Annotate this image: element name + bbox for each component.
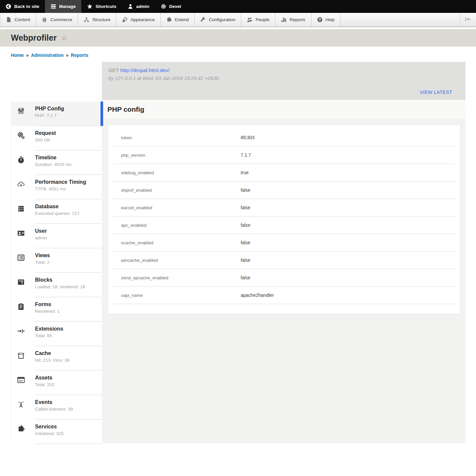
toolbar-collapse-button[interactable] xyxy=(460,13,476,26)
breadcrumb: Home»Administration»Reports xyxy=(0,47,476,58)
puzzle-icon xyxy=(166,17,172,22)
profiler-sidebar-item-timeline[interactable]: TimelineDuration: 4530 ms xyxy=(11,150,102,175)
plug-icon xyxy=(17,327,25,335)
profiler-sidebar-item-request[interactable]: Request200 OK xyxy=(11,126,102,150)
profiler-sidebar-item-user[interactable]: @Useradmin xyxy=(11,224,102,248)
tray-tab-label: Structure xyxy=(92,17,110,22)
admin-bar-item-back-to-site[interactable]: Back to site xyxy=(0,0,45,13)
row-value: false xyxy=(241,222,456,228)
table-row-token: token8fc303 xyxy=(112,129,456,146)
row-key: php_version xyxy=(121,153,241,158)
puzzle-piece-icon xyxy=(17,425,25,433)
profiler-sidebar-item-forms[interactable]: FormsRendered: 1 xyxy=(11,297,102,322)
sidebar-item-title: Extensions xyxy=(35,326,102,332)
tray-tab-configuration[interactable]: Configuration xyxy=(195,13,241,26)
code-window-icon: </> xyxy=(17,376,25,384)
cloud-download-icon xyxy=(17,180,25,188)
brush-icon xyxy=(122,17,128,22)
sitemap-icon xyxy=(84,17,89,22)
row-value: 7.1.7 xyxy=(241,152,456,158)
tray-tab-extend[interactable]: Extend xyxy=(161,13,195,26)
admin-bar-item-devel[interactable]: Devel xyxy=(155,0,187,13)
profiler-sidebar-item-events[interactable]: EventsCalled listeners: 39 xyxy=(11,395,102,419)
view-latest-link[interactable]: VIEW LATEST xyxy=(420,90,452,95)
table-row-zend_opcache_enabled: zend_opcache_enabledfalse xyxy=(112,269,456,287)
menu-icon xyxy=(51,4,56,9)
row-key: eaccel_enabled xyxy=(121,205,241,210)
server-icon xyxy=(17,205,25,213)
back-icon xyxy=(6,4,11,9)
sidebar-item-subtitle: Rendered: 1 xyxy=(35,309,102,314)
profiler-sidebar-item-blocks[interactable]: BlocksLoaded: 18, rendered: 16 xyxy=(11,273,102,297)
cart-icon xyxy=(42,17,47,22)
svg-text:@: @ xyxy=(21,231,24,234)
request-summary: GET http://drupal.html.dev/ by 127.0.0.1… xyxy=(102,62,465,100)
gear-icon xyxy=(161,4,166,9)
table-row-xhprof_enabled: xhprof_enabledfalse xyxy=(112,181,456,199)
table-row-php_version: php_version7.1.7 xyxy=(112,146,456,164)
profiler-sidebar-item-database[interactable]: DatabaseExecuted queries: 217 xyxy=(11,199,102,224)
profiler-sidebar-item-views[interactable]: ViewsTotal: 2 xyxy=(11,248,102,273)
box-icon xyxy=(17,351,25,360)
sidebar-item-subtitle: Duration: 4530 ms xyxy=(35,162,102,167)
row-key: xcache_enabled xyxy=(121,240,241,245)
tray-tab-label: Content xyxy=(15,17,30,22)
tray-tab-content[interactable]: Content xyxy=(0,13,36,26)
tray-tab-people[interactable]: People xyxy=(241,13,275,26)
profiler-sidebar-item-assets[interactable]: </>AssetsTotal: 202 xyxy=(11,371,102,395)
tray-tab-help[interactable]: ?Help xyxy=(311,13,341,26)
help-icon: ? xyxy=(317,17,323,22)
sidebar-item-subtitle: Total: 202 xyxy=(35,382,102,387)
sidebar-item-subtitle: Hit: 213, miss: 36 xyxy=(35,358,102,363)
breadcrumb-link-administration[interactable]: Administration xyxy=(31,53,64,58)
sidebar-item-subtitle: Total: 85 xyxy=(35,333,102,338)
admin-bar-item-label: Devel xyxy=(169,4,181,9)
row-key: xdebug_enabled xyxy=(121,170,241,175)
row-value: true xyxy=(241,170,456,175)
profiler-sidebar-item-cache[interactable]: CacheHit: 213, miss: 36 xyxy=(11,346,102,371)
profiler-sidebar-item-extensions[interactable]: ExtensionsTotal: 85 xyxy=(11,322,102,346)
row-value: 8fc303 xyxy=(241,135,456,140)
profiler-sidebar-item-performance-timing[interactable]: Performance TimingTTFB: 4551 ms xyxy=(11,175,102,199)
sidebar-item-subtitle: PHP: 7.1.7 xyxy=(35,113,102,118)
row-value: false xyxy=(241,258,456,263)
tray-tab-appearance[interactable]: Appearance xyxy=(116,13,161,26)
tray-tab-label: Commerce xyxy=(50,17,72,22)
tray-tab-commerce[interactable]: Commerce xyxy=(36,13,78,26)
sidebar-item-title: PHP Config xyxy=(35,106,102,112)
sidebar-item-title: Cache xyxy=(35,350,102,356)
admin-bar-item-shortcuts[interactable]: Shortcuts xyxy=(81,0,122,13)
chart-icon xyxy=(281,17,287,22)
sidebar-item-title: Performance Timing xyxy=(35,179,102,185)
php-config-table: token8fc303php_version7.1.7xdebug_enable… xyxy=(107,125,460,314)
request-url-link[interactable]: http://drupal.html.dev/ xyxy=(120,67,170,73)
id-card-icon: @ xyxy=(17,229,25,237)
profiler-sidebar-item-services[interactable]: ServicesInitialized: 325 xyxy=(11,419,102,444)
sidebar-item-title: Forms xyxy=(35,301,102,307)
table-row-xdebug_enabled: xdebug_enabledtrue xyxy=(112,164,456,181)
row-value: apache2handler xyxy=(241,293,456,298)
sidebar-item-title: Database xyxy=(35,204,102,210)
breadcrumb-link-home[interactable]: Home xyxy=(11,53,24,58)
sidebar-item-title: User xyxy=(35,228,102,234)
admin-toolbar-tray: ContentCommerceStructureAppearanceExtend… xyxy=(0,13,476,27)
svg-text:?: ? xyxy=(319,18,321,21)
star-outline-icon[interactable]: ☆ xyxy=(61,34,68,42)
request-method: GET xyxy=(108,67,120,73)
table-row-sapi_name: sapi_nameapache2handler xyxy=(112,287,456,304)
breadcrumb-link-reports[interactable]: Reports xyxy=(71,53,88,58)
tray-tab-structure[interactable]: Structure xyxy=(78,13,116,26)
sidebar-item-subtitle: Total: 2 xyxy=(35,260,102,265)
page-title: Webprofiler xyxy=(11,33,57,43)
file-icon xyxy=(6,17,12,22)
admin-bar-item-admin[interactable]: admin xyxy=(122,0,155,13)
admin-bar-item-manage[interactable]: Manage xyxy=(45,0,81,13)
tray-tab-reports[interactable]: Reports xyxy=(275,13,311,26)
table-row-wincache_enabled: wincache_enabledfalse xyxy=(112,252,456,269)
admin-bar-item-label: Manage xyxy=(59,4,76,9)
admin-bar-item-label: Back to site xyxy=(14,4,39,9)
sidebar-item-subtitle: Executed queries: 217 xyxy=(35,211,102,216)
profiler-sidebar-item-php-config[interactable]: PHP ConfigPHP: 7.1.7 xyxy=(11,101,102,126)
star-icon xyxy=(87,4,93,9)
page-header: Webprofiler ☆ xyxy=(0,29,476,47)
